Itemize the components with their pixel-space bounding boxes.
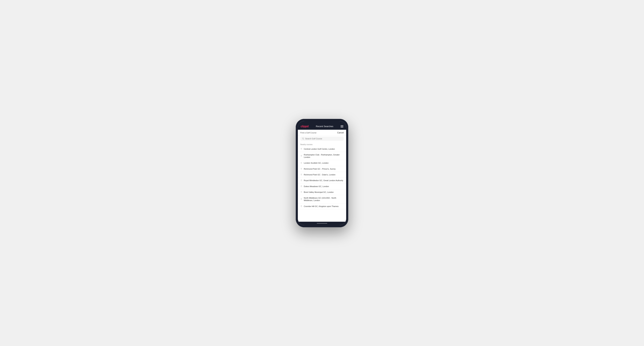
phone-screen: clippd Recent Searches Find a Golf Cours…	[298, 121, 346, 225]
course-name: Coombe Hill GC, Kingston upon Thames	[304, 205, 339, 207]
course-name: Richmond Park GC - Duke's, London	[304, 173, 336, 176]
course-name: North Middlesex GC (1011942 - North Midd…	[304, 197, 344, 202]
list-item[interactable]: Richmond Park GC - Duke's, London	[298, 172, 346, 178]
svg-line-1	[304, 139, 304, 139]
location-pin-icon	[300, 148, 302, 150]
location-pin-icon	[300, 191, 302, 193]
list-item[interactable]: Dukes Meadows GC, London	[298, 183, 346, 189]
list-item[interactable]: Coombe Hill GC, Kingston upon Thames	[298, 203, 346, 209]
home-indicator	[298, 222, 346, 225]
list-item[interactable]: Brent Valley Municipal GC, London	[298, 189, 346, 195]
app-title: Recent Searches	[316, 125, 334, 128]
svg-point-2	[301, 149, 302, 149]
location-pin-icon	[300, 155, 302, 157]
list-item[interactable]: Central London Golf Centre, London	[298, 146, 346, 152]
svg-point-10	[301, 199, 302, 199]
app-header: clippd Recent Searches	[298, 123, 346, 130]
course-name: Richmond Park GC - Prince's, Surrey	[304, 168, 336, 170]
list-item[interactable]: North Middlesex GC (1011942 - North Midd…	[298, 195, 346, 203]
location-pin-icon	[300, 205, 302, 207]
menu-bar-3	[340, 127, 343, 128]
find-course-label: Find a Golf Course	[300, 132, 316, 134]
svg-point-11	[301, 206, 302, 206]
cancel-button[interactable]: Cancel	[337, 132, 344, 134]
nearby-courses-label: Nearby courses	[298, 142, 346, 146]
status-bar	[298, 121, 346, 123]
svg-point-9	[301, 192, 302, 192]
course-name: Roehampton Club - Roehampton, Greater Lo…	[304, 154, 344, 159]
list-item[interactable]: Roehampton Club - Roehampton, Greater Lo…	[298, 152, 346, 160]
app-logo: clippd	[301, 125, 308, 128]
search-container	[298, 136, 346, 142]
list-item[interactable]: Royal Wimbledon GC, Great London Authori…	[298, 178, 346, 183]
home-bar	[317, 223, 327, 224]
courses-list: Central London Golf Centre, London Roeha…	[298, 146, 346, 209]
location-pin-icon	[300, 168, 302, 170]
svg-point-3	[301, 156, 302, 156]
search-input-wrapper	[300, 137, 344, 141]
menu-bar-2	[340, 126, 343, 127]
course-name: Brent Valley Municipal GC, London	[304, 191, 334, 193]
find-course-header: Find a Golf Course Cancel	[298, 130, 346, 136]
courses-section: Nearby courses Central London Golf Centr…	[298, 142, 346, 222]
location-pin-icon	[300, 173, 302, 176]
search-input[interactable]	[305, 138, 342, 140]
svg-point-4	[301, 163, 302, 163]
location-pin-icon	[300, 162, 302, 164]
list-item[interactable]: London Scottish GC, London	[298, 160, 346, 166]
list-item[interactable]: Richmond Park GC - Prince's, Surrey	[298, 166, 346, 172]
course-name: London Scottish GC, London	[304, 162, 328, 164]
menu-icon[interactable]	[340, 125, 343, 128]
location-pin-icon	[300, 198, 302, 200]
phone-device: clippd Recent Searches Find a Golf Cours…	[296, 119, 348, 227]
search-icon	[302, 138, 304, 140]
course-name: Royal Wimbledon GC, Great London Authori…	[304, 179, 343, 182]
svg-point-5	[301, 168, 302, 169]
location-pin-icon	[300, 179, 302, 181]
menu-bar-1	[340, 125, 343, 126]
svg-point-8	[301, 186, 302, 186]
location-pin-icon	[300, 185, 302, 187]
svg-point-6	[301, 174, 302, 174]
course-name: Central London Golf Centre, London	[304, 148, 335, 150]
course-name: Dukes Meadows GC, London	[304, 185, 329, 187]
svg-point-7	[301, 180, 302, 180]
